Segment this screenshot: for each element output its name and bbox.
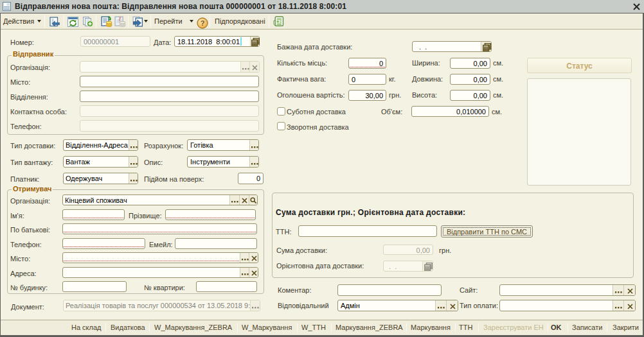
svg-text:?: ? [201, 19, 205, 27]
